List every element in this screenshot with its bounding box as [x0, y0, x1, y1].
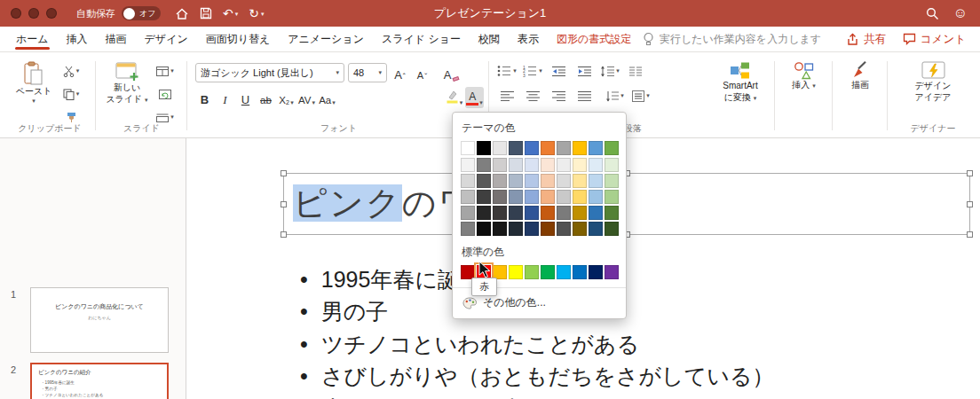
columns-button[interactable] [624, 61, 647, 81]
theme-color-swatch[interactable] [573, 141, 587, 155]
subscript-button[interactable]: X₂▾ [277, 87, 296, 108]
tab-shape-format[interactable]: 図形の書式設定 [548, 27, 640, 51]
theme-color-swatch[interactable] [573, 158, 587, 172]
share-button[interactable]: 共有 [846, 27, 886, 51]
paste-button[interactable]: ペースト ▾ [11, 61, 57, 105]
justify-button[interactable] [573, 86, 596, 106]
copy-button[interactable]: ▾ [60, 86, 82, 102]
save-icon[interactable] [200, 7, 212, 20]
feedback-smiley-icon[interactable]: ☺ [953, 6, 968, 20]
tab-review[interactable]: 校閲 [470, 27, 509, 51]
tab-animations[interactable]: アニメーション [279, 27, 373, 51]
theme-color-swatch[interactable] [461, 206, 475, 220]
tab-view[interactable]: 表示 [509, 27, 548, 51]
theme-color-swatch[interactable] [525, 141, 539, 155]
line-spacing-button[interactable]: ▾ [598, 61, 621, 81]
standard-color-swatch[interactable] [541, 265, 555, 279]
theme-color-swatch[interactable] [509, 174, 523, 188]
standard-color-swatch[interactable] [589, 265, 603, 279]
theme-color-swatch[interactable] [605, 141, 619, 155]
draw-button[interactable]: 描画 [834, 61, 886, 91]
theme-color-swatch[interactable] [589, 190, 603, 204]
theme-color-swatch[interactable] [525, 174, 539, 188]
tab-slideshow[interactable]: スライド ショー [373, 27, 470, 51]
resize-handle[interactable] [281, 201, 287, 207]
theme-color-swatch[interactable] [493, 206, 507, 220]
redo-button[interactable]: ↻▾ [249, 7, 264, 20]
theme-color-swatch[interactable] [541, 222, 555, 236]
font-name-select[interactable]: 游ゴシック Light (見出し) ▾ [195, 63, 344, 82]
bullet-list-button[interactable]: ▾ [495, 61, 518, 81]
tab-design[interactable]: デザイン [136, 27, 197, 51]
standard-color-swatch[interactable] [557, 265, 571, 279]
strikethrough-button[interactable]: ab [257, 87, 275, 108]
theme-color-swatch[interactable] [493, 190, 507, 204]
bold-button[interactable]: B [195, 87, 214, 108]
tab-home[interactable]: ホーム [7, 27, 58, 51]
theme-color-swatch[interactable] [557, 222, 571, 236]
italic-button[interactable]: I [216, 87, 234, 108]
slide-thumbnail-1[interactable]: ピンクのワニの商品化について わにちゃん [30, 287, 169, 353]
font-color-button[interactable]: A ▾ [465, 87, 484, 108]
minimize-button[interactable] [28, 8, 39, 19]
shrink-font-button[interactable]: Aˇ [413, 62, 431, 83]
standard-color-swatch[interactable] [605, 265, 619, 279]
theme-color-swatch[interactable] [589, 174, 603, 188]
theme-color-swatch[interactable] [477, 206, 491, 220]
theme-color-swatch[interactable] [509, 141, 523, 155]
slide-body-text[interactable]: 1995年春に誕生男の子ツチノコといわれたことがあるさびしがりや（おともだちをさ… [300, 263, 975, 399]
increase-indent-button[interactable] [573, 61, 596, 81]
theme-color-swatch[interactable] [573, 222, 587, 236]
reset-slide-button[interactable] [154, 86, 176, 102]
standard-color-swatch[interactable] [525, 265, 539, 279]
theme-color-swatch[interactable] [493, 158, 507, 172]
undo-button[interactable]: ↶▾ [223, 7, 238, 20]
theme-color-swatch[interactable] [525, 158, 539, 172]
new-slide-button[interactable]: 新しい スライド ▾ [101, 61, 153, 105]
tab-draw[interactable]: 描画 [97, 27, 136, 51]
theme-color-swatch[interactable] [541, 190, 555, 204]
theme-color-swatch[interactable] [557, 206, 571, 220]
theme-color-swatch[interactable] [589, 141, 603, 155]
theme-color-swatch[interactable] [557, 190, 571, 204]
resize-handle[interactable] [281, 170, 287, 176]
theme-color-swatch[interactable] [541, 174, 555, 188]
theme-color-swatch[interactable] [541, 206, 555, 220]
theme-color-swatch[interactable] [557, 174, 571, 188]
decrease-indent-button[interactable] [547, 61, 570, 81]
theme-color-swatch[interactable] [525, 222, 539, 236]
clear-formatting-button[interactable]: A [442, 62, 461, 83]
cut-button[interactable]: ▾ [60, 63, 82, 79]
change-case-button[interactable]: Aa▾ [318, 87, 336, 108]
close-button[interactable] [11, 8, 21, 19]
theme-color-swatch[interactable] [461, 158, 475, 172]
slide-thumbnail-2-selected[interactable]: ピンクのワニの紹介 1995年春に誕生男の子ツチノコといわれたことがあるさびしが… [30, 363, 169, 399]
tab-insert[interactable]: 挿入 [58, 27, 97, 51]
theme-color-swatch[interactable] [461, 174, 475, 188]
text-direction-button[interactable]: ▾ [604, 86, 627, 106]
align-center-button[interactable] [521, 86, 544, 106]
theme-color-swatch[interactable] [605, 158, 619, 172]
autosave-toggle[interactable]: オフ [122, 6, 161, 20]
resize-handle[interactable] [967, 231, 973, 238]
character-spacing-button[interactable]: AV▾ [297, 87, 316, 108]
theme-color-swatch[interactable] [541, 158, 555, 172]
theme-color-swatch[interactable] [509, 222, 523, 236]
search-icon[interactable] [926, 7, 939, 20]
standard-color-swatch[interactable] [509, 265, 523, 279]
numbered-list-button[interactable]: 123 ▾ [521, 61, 544, 81]
design-ideas-button[interactable]: デザイン アイデア [897, 59, 968, 103]
theme-color-swatch[interactable] [573, 174, 587, 188]
theme-color-swatch[interactable] [525, 190, 539, 204]
tell-me-box[interactable]: 実行したい作業内容を入力します [643, 27, 821, 51]
theme-color-swatch[interactable] [509, 190, 523, 204]
align-right-button[interactable] [547, 86, 570, 106]
theme-color-swatch[interactable] [477, 222, 491, 236]
resize-handle[interactable] [281, 231, 287, 238]
align-left-button[interactable] [495, 86, 518, 106]
theme-color-swatch[interactable] [573, 190, 587, 204]
theme-color-swatch[interactable] [573, 206, 587, 220]
theme-color-swatch[interactable] [589, 206, 603, 220]
theme-color-swatch[interactable] [493, 174, 507, 188]
theme-color-swatch[interactable] [461, 222, 475, 236]
